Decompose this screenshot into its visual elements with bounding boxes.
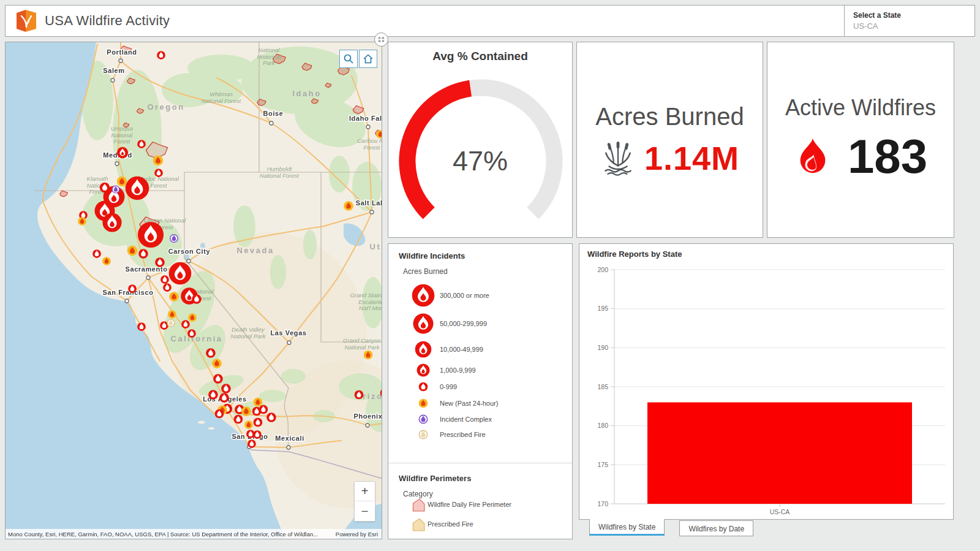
map-zoom-control: + − <box>354 481 375 522</box>
svg-text:180: 180 <box>597 422 608 429</box>
svg-text:0-999: 0-999 <box>440 383 457 390</box>
map-canvas[interactable]: NationalHistoricalParkWhitmanNational Fo… <box>6 42 382 539</box>
svg-text:Oregon: Oregon <box>147 102 184 112</box>
powered-by-esri: Powered by Esri <box>336 531 378 538</box>
app-logo-icon <box>15 9 37 33</box>
perimeters-category-label: Category <box>403 490 433 498</box>
active-wildfires-panel: Active Wildfires 183 <box>767 42 954 238</box>
state-selector[interactable]: Select a State US-CA <box>844 6 974 36</box>
svg-text:10,000-49,999: 10,000-49,999 <box>440 346 483 353</box>
attribution-text: Mono County, Esri, HERE, Garmin, FAO, NO… <box>8 531 318 538</box>
svg-text:Carson City: Carson City <box>168 248 211 255</box>
expand-map-icon[interactable] <box>374 32 388 47</box>
search-icon <box>342 53 355 65</box>
svg-text:Idaho: Idaho <box>292 89 321 98</box>
state-selector-value: US-CA <box>853 21 974 31</box>
app-header: USA Wildfire Activity Select a State US-… <box>5 5 975 37</box>
acres-burned-title: Acres Burned <box>595 102 744 131</box>
chart-tabbar: Wildfires by State Wildfires by Date <box>589 519 753 536</box>
tab-wildfires-by-state[interactable]: Wildfires by State <box>589 519 665 536</box>
map-search-button[interactable] <box>339 50 358 68</box>
svg-text:New (Past 24-hour): New (Past 24-hour) <box>440 400 498 407</box>
gauge-title: Avg % Contained <box>388 50 572 63</box>
map-attribution: Mono County, Esri, HERE, Garmin, FAO, NO… <box>6 529 382 539</box>
bar-US-CA <box>647 402 912 504</box>
chart-panel: Wildfire Reports by State 17017518018519… <box>579 243 954 520</box>
active-wildfires-value: 183 <box>848 129 927 184</box>
svg-text:200: 200 <box>597 266 608 273</box>
svg-text:US-CA: US-CA <box>770 508 790 515</box>
svg-text:190: 190 <box>597 344 608 351</box>
legend-divider <box>388 463 572 463</box>
svg-text:Wildfire Daily Fire Perimeter: Wildfire Daily Fire Perimeter <box>428 501 511 508</box>
svg-text:1,000-9,999: 1,000-9,999 <box>440 367 476 374</box>
svg-text:185: 185 <box>597 383 608 390</box>
gauge-value: 47% <box>388 145 572 177</box>
svg-text:Salt Lake City: Salt Lake City <box>356 199 382 207</box>
svg-text:UmpquaNationalForest: UmpquaNationalForest <box>111 125 133 145</box>
map-panel[interactable]: NationalHistoricalParkWhitmanNational Fo… <box>5 42 382 539</box>
svg-text:Las Vegas: Las Vegas <box>270 329 306 336</box>
home-icon <box>362 53 374 65</box>
svg-text:Boise: Boise <box>263 110 284 117</box>
svg-text:175: 175 <box>597 461 608 468</box>
svg-text:Grand CanyonNational Park: Grand CanyonNational Park <box>343 337 381 351</box>
cattail-plant-icon <box>600 140 636 176</box>
svg-text:Prescribed Fire: Prescribed Fire <box>440 431 486 438</box>
gauge-panel: Avg % Contained 47% <box>388 42 573 238</box>
acres-burned-panel: Acres Burned 1.14M <box>576 42 763 238</box>
svg-text:Salem: Salem <box>103 67 124 74</box>
dashboard: USA Wildfire Activity Select a State US-… <box>0 0 980 551</box>
svg-text:300,000 or more: 300,000 or more <box>440 292 489 299</box>
svg-text:170: 170 <box>597 500 608 507</box>
svg-text:Utah: Utah <box>370 242 382 251</box>
active-wildfires-title: Active Wildfires <box>785 95 936 120</box>
svg-text:San Francisco: San Francisco <box>103 289 154 296</box>
svg-text:Idaho Falls: Idaho Falls <box>349 115 382 122</box>
flame-icon <box>794 136 832 178</box>
svg-text:Death ValleyNational Park: Death ValleyNational Park <box>230 326 266 340</box>
svg-text:Portland: Portland <box>107 48 137 56</box>
svg-text:Mexicali: Mexicali <box>275 435 304 442</box>
svg-text:Phoenix: Phoenix <box>354 412 383 420</box>
svg-text:195: 195 <box>597 305 608 312</box>
zoom-out-button[interactable]: − <box>355 501 375 521</box>
acres-burned-value: 1.14M <box>644 139 739 177</box>
legend-panel: Wildfire Incidents Acres Burned 300,000 … <box>388 243 573 539</box>
svg-text:Prescribed Fire: Prescribed Fire <box>428 520 473 528</box>
svg-text:Incident Complex: Incident Complex <box>440 416 492 423</box>
zoom-in-button[interactable]: + <box>355 482 375 501</box>
state-selector-label: Select a State <box>853 11 974 20</box>
map-home-button[interactable] <box>359 50 377 68</box>
bar-chart: 170175180185190195200US-CA <box>579 244 953 519</box>
svg-text:Nevada: Nevada <box>236 246 274 255</box>
svg-text:50,000-299,999: 50,000-299,999 <box>440 320 487 327</box>
tab-wildfires-by-date[interactable]: Wildfires by Date <box>679 520 753 536</box>
svg-text:California: California <box>171 334 223 343</box>
perimeters-title: Wildfire Perimeters <box>399 474 471 483</box>
page-title: USA Wildfire Activity <box>45 13 170 29</box>
